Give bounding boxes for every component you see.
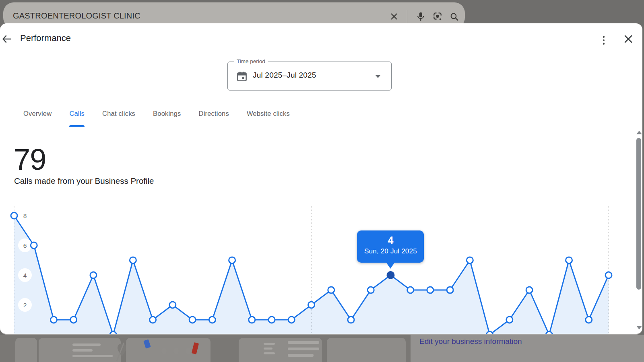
tooltip-pointer (386, 262, 395, 269)
lens-camera-icon[interactable] (432, 11, 443, 22)
tab-directions[interactable]: Directions (199, 101, 229, 127)
scrollbar-thumb[interactable] (636, 138, 641, 290)
thumbnail-card (126, 338, 211, 362)
performance-panel: Performance Time period Jul 2025–Jul 202… (0, 23, 642, 335)
microphone-icon[interactable] (415, 11, 426, 22)
dimmed-page-background (0, 335, 411, 362)
tab-bookings[interactable]: Bookings (153, 101, 181, 127)
svg-text:8: 8 (23, 212, 27, 219)
time-period-value: Jul 2025–Jul 2025 (253, 71, 316, 80)
time-period-label: Time period (234, 58, 268, 64)
svg-text:2: 2 (23, 302, 27, 309)
divider (407, 10, 407, 23)
page-title: Performance (20, 33, 71, 43)
search-query-text[interactable]: GASTROENTEROLOGIST CLINIC (13, 11, 140, 21)
calendar-icon (236, 70, 248, 84)
blue-marker-icon (142, 339, 153, 351)
tab-bar: Overview Calls Chat clicks Bookings Dire… (0, 101, 642, 127)
svg-text:6: 6 (23, 242, 27, 249)
scrollbar-down-arrow[interactable] (636, 326, 642, 329)
tooltip-value: 4 (357, 234, 424, 246)
search-icon[interactable] (449, 12, 459, 22)
tooltip-date: Sun, 20 Jul 2025 (357, 247, 424, 255)
clear-icon[interactable] (389, 12, 399, 21)
thumbnail-card (15, 338, 37, 362)
tab-website-clicks[interactable]: Website clicks (247, 101, 290, 127)
edit-business-info-link[interactable]: Edit your business information (419, 337, 522, 346)
calls-line-chart[interactable]: 8642 4 Sun, 20 Jul 2025 (0, 203, 642, 335)
tabs-divider (0, 127, 642, 127)
svg-text:4: 4 (23, 272, 27, 279)
metric-total-calls: 79 (14, 142, 46, 177)
more-options-icon[interactable] (597, 33, 611, 47)
back-arrow-icon[interactable] (1, 33, 15, 47)
tab-chat-clicks[interactable]: Chat clicks (102, 101, 135, 127)
thumbnail-card (327, 338, 406, 362)
tab-overview[interactable]: Overview (23, 101, 52, 127)
time-period-dropdown[interactable]: Time period Jul 2025–Jul 2025 (227, 62, 392, 90)
metric-description: Calls made from your Business Profile (14, 176, 154, 186)
chart-tooltip: 4 Sun, 20 Jul 2025 (357, 230, 424, 263)
thumbnail-card (239, 338, 322, 362)
tab-calls[interactable]: Calls (69, 101, 85, 127)
thumbnail-card (39, 338, 121, 362)
red-ribbon-icon (190, 341, 201, 357)
scrollbar-up-arrow[interactable] (636, 131, 642, 134)
panel-header: Performance (0, 23, 642, 52)
dimmed-page-background: Edit your business information (411, 335, 644, 362)
dropdown-arrow-icon (375, 75, 381, 78)
close-icon[interactable] (622, 33, 637, 47)
